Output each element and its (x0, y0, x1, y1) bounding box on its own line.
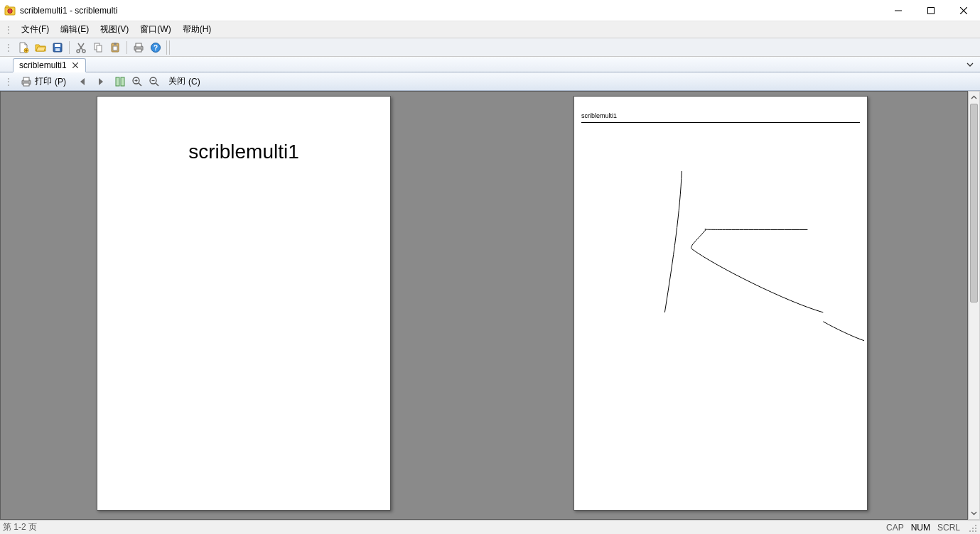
svg-rect-16 (136, 43, 141, 47)
preview-close-label: 关闭 (168, 75, 185, 87)
previewbar-grip-icon: ⋮ (4, 77, 13, 87)
preview-zoom-out-button[interactable] (146, 74, 162, 89)
copy-icon (92, 42, 104, 53)
chevron-down-icon (971, 510, 977, 516)
app-icon (4, 5, 16, 16)
new-file-icon (18, 42, 29, 53)
status-bar: 第 1-2 页 CAP NUM SCRL (0, 520, 980, 534)
open-file-button[interactable] (33, 40, 48, 55)
toolbar-grip-icon: ⋮ (4, 43, 13, 53)
preview-next-page-button[interactable] (92, 74, 108, 89)
menu-window-hotkey: (W) (157, 24, 171, 34)
chevron-down-icon (966, 61, 974, 68)
preview-print-button[interactable]: 打印(P) (16, 74, 71, 89)
svg-rect-7 (55, 48, 60, 51)
toolbar-overflow-grip-icon[interactable] (166, 40, 171, 55)
tab-list-dropdown-button[interactable] (964, 59, 976, 70)
preview-page-2: scriblemulti1 (574, 96, 868, 511)
preview-page-1: scriblemulti1 (97, 96, 391, 511)
menu-file[interactable]: 文件(F) (16, 21, 55, 38)
zoom-out-icon (149, 76, 160, 87)
toolbar-separator (69, 41, 70, 54)
minimize-button[interactable] (882, 0, 915, 21)
svg-rect-21 (23, 77, 29, 81)
scrollbar-up-button[interactable] (969, 92, 979, 104)
svg-rect-17 (136, 49, 141, 52)
menu-file-label: 文件 (21, 24, 38, 34)
print-icon (133, 42, 144, 53)
svg-rect-22 (23, 83, 29, 86)
menu-file-hotkey: (F) (38, 24, 49, 34)
svg-point-31 (972, 530, 974, 532)
preview-print-label: 打印 (35, 75, 52, 87)
preview-close-button[interactable]: 关闭(C) (163, 74, 205, 89)
document-tab-label: scriblemulti1 (19, 60, 67, 70)
menu-edit-label: 编辑 (60, 24, 77, 34)
title-bar: scriblemulti1 - scriblemulti (0, 0, 980, 21)
menu-window[interactable]: 窗口(W) (134, 21, 176, 38)
scrollbar-down-button[interactable] (969, 507, 979, 519)
save-button[interactable] (50, 40, 65, 55)
svg-point-29 (975, 528, 976, 529)
document-tab-strip: scriblemulti1 (0, 57, 980, 72)
zoom-in-icon (131, 76, 143, 87)
svg-point-32 (975, 530, 976, 532)
svg-point-2 (8, 9, 12, 13)
svg-rect-23 (116, 77, 119, 86)
print-preview-toolbar: ⋮ 打印(P) (0, 72, 980, 91)
two-page-icon (114, 76, 126, 87)
print-button[interactable] (131, 40, 146, 55)
preview-prev-page-button[interactable] (75, 74, 91, 89)
document-tab-close-button[interactable] (71, 61, 80, 70)
triangle-left-icon (79, 77, 87, 86)
svg-point-28 (972, 528, 974, 529)
toolbar-separator (126, 41, 127, 54)
page1-title: scriblemulti1 (97, 141, 390, 163)
close-icon (72, 62, 78, 68)
close-button[interactable] (947, 0, 980, 21)
help-button[interactable]: ? (148, 40, 163, 55)
window-controls (882, 0, 980, 21)
print-preview-canvas[interactable]: scriblemulti1 scriblemulti1 (0, 91, 968, 520)
new-file-button[interactable] (16, 40, 31, 55)
preview-nav (75, 74, 108, 89)
chevron-up-icon (971, 94, 977, 101)
svg-rect-1 (6, 6, 9, 8)
svg-rect-11 (97, 45, 102, 52)
menu-edit-hotkey: (E) (77, 24, 89, 34)
svg-rect-13 (114, 43, 117, 45)
svg-rect-6 (55, 44, 60, 47)
menu-edit[interactable]: 编辑(E) (55, 21, 95, 38)
preview-print-hotkey: (P) (55, 77, 66, 87)
cut-button[interactable] (73, 40, 89, 55)
workspace-container: scriblemulti1 scriblemulti1 (0, 91, 980, 520)
preview-page-layout-button[interactable] (112, 74, 128, 89)
open-folder-icon (35, 42, 46, 53)
scrollbar-thumb[interactable] (970, 104, 978, 303)
svg-point-9 (82, 50, 85, 53)
maximize-button[interactable] (915, 0, 947, 21)
menu-bar: ⋮ 文件(F) 编辑(E) 视图(V) 窗口(W) 帮助(H) (0, 21, 980, 38)
svg-point-30 (969, 530, 971, 532)
paste-icon (109, 42, 121, 53)
cut-icon (75, 42, 87, 53)
print-icon (21, 76, 32, 87)
window-title: scriblemulti1 - scriblemulti (20, 6, 117, 16)
menu-help-hotkey: (H) (200, 24, 212, 34)
save-icon (52, 42, 63, 53)
menu-view[interactable]: 视图(V) (95, 21, 134, 38)
paste-button[interactable] (107, 40, 123, 55)
vertical-scrollbar[interactable] (968, 91, 980, 520)
main-toolbar: ⋮ (0, 38, 980, 57)
menu-help-label: 帮助 (183, 24, 200, 34)
preview-zoom-in-button[interactable] (129, 74, 145, 89)
status-page-info: 第 1-2 页 (3, 521, 37, 533)
copy-button[interactable] (90, 40, 106, 55)
resize-grip-icon[interactable] (967, 523, 977, 533)
menu-window-label: 窗口 (140, 24, 157, 34)
triangle-right-icon (96, 77, 104, 86)
scrollbar-track[interactable] (969, 104, 979, 507)
document-tab[interactable]: scriblemulti1 (13, 58, 86, 72)
menu-help[interactable]: 帮助(H) (177, 21, 217, 38)
svg-rect-3 (928, 7, 935, 13)
